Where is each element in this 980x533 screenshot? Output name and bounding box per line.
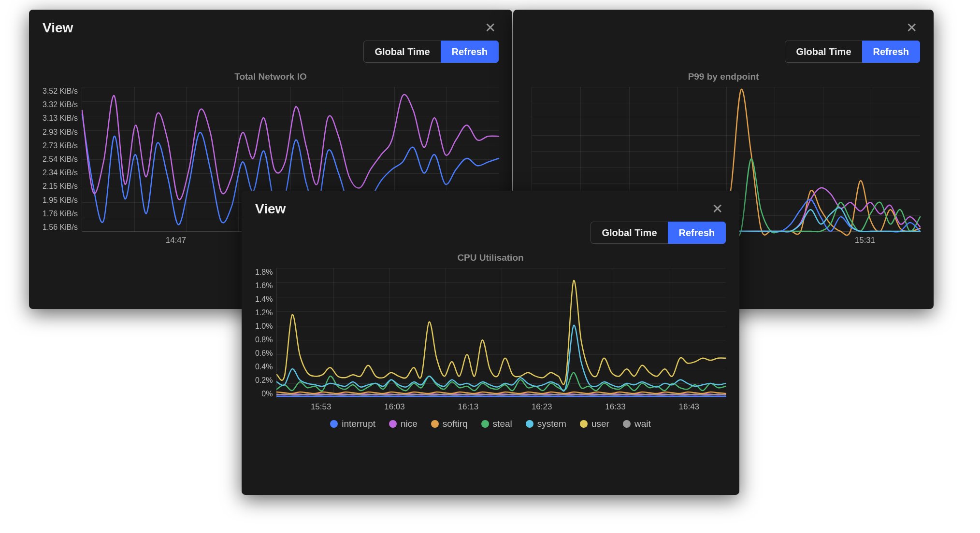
legend-label: user — [591, 419, 609, 429]
legend-label: nice — [401, 419, 418, 429]
chart-title: Total Network IO — [43, 71, 499, 82]
y-axis: 1.8%1.6%1.4%1.2%1.0%0.8%0.6%0.4%0.2%0% — [255, 268, 276, 398]
y-tick-label: 1.8% — [255, 268, 273, 277]
close-icon[interactable]: ✕ — [482, 20, 499, 36]
legend-item-steal[interactable]: steal — [481, 419, 512, 429]
view-title: View — [255, 201, 286, 217]
panel-cpu-utilisation: View ✕ Global Time Refresh CPU Utilisati… — [242, 191, 739, 495]
y-tick-label: 1.95 KiB/s — [43, 196, 78, 205]
y-tick-label: 0.6% — [255, 349, 273, 358]
y-tick-label: 0% — [261, 390, 273, 398]
y-tick-label: 1.76 KiB/s — [43, 210, 78, 218]
x-tick-label: 16:23 — [505, 402, 578, 412]
refresh-button[interactable]: Refresh — [668, 222, 726, 244]
view-title: View — [43, 20, 73, 36]
x-tick-label: 16:43 — [652, 402, 726, 412]
y-tick-label: 2.93 KiB/s — [43, 128, 78, 137]
y-tick-label: 0.8% — [255, 336, 273, 344]
legend-item-nice[interactable]: nice — [389, 419, 418, 429]
x-tick-label: 14:47 — [96, 236, 256, 245]
legend-dot-icon — [526, 420, 533, 428]
legend-dot-icon — [389, 420, 397, 428]
x-tick-label: 16:03 — [358, 402, 431, 412]
y-axis: 3.52 KiB/s3.32 KiB/s3.13 KiB/s2.93 KiB/s… — [43, 87, 82, 232]
global-time-button[interactable]: Global Time — [785, 41, 862, 63]
legend-dot-icon — [580, 420, 588, 428]
legend-item-user[interactable]: user — [580, 419, 609, 429]
legend-item-softirq[interactable]: softirq — [431, 419, 468, 429]
refresh-button[interactable]: Refresh — [441, 41, 499, 63]
chart-title: CPU Utilisation — [255, 252, 726, 263]
x-tick-label: 15:53 — [284, 402, 358, 412]
y-tick-label: 1.6% — [255, 281, 273, 290]
close-icon[interactable]: ✕ — [709, 201, 726, 217]
legend-label: wait — [634, 419, 651, 429]
y-tick-label: 3.32 KiB/s — [43, 100, 78, 109]
y-tick-label: 0.4% — [255, 363, 273, 371]
y-tick-label: 2.15 KiB/s — [43, 182, 78, 191]
x-tick-label: 15:31 — [810, 236, 920, 245]
close-icon[interactable]: ✕ — [903, 20, 920, 36]
refresh-button[interactable]: Refresh — [862, 41, 920, 63]
y-tick-label: 1.56 KiB/s — [43, 223, 78, 232]
y-tick-label: 3.52 KiB/s — [43, 87, 78, 96]
legend-dot-icon — [431, 420, 439, 428]
y-tick-label: 1.0% — [255, 322, 273, 331]
legend-item-interrupt[interactable]: interrupt — [330, 419, 375, 429]
y-tick-label: 2.34 KiB/s — [43, 168, 78, 177]
y-tick-label: 1.2% — [255, 309, 273, 317]
x-tick-label: 16:13 — [432, 402, 505, 412]
global-time-button[interactable]: Global Time — [591, 222, 667, 244]
legend-label: interrupt — [342, 419, 375, 429]
legend-label: system — [537, 419, 566, 429]
legend-dot-icon — [623, 420, 631, 428]
legend-item-wait[interactable]: wait — [623, 419, 651, 429]
legend-item-system[interactable]: system — [526, 419, 566, 429]
x-axis: 15:5316:0316:1316:2316:3316:43 — [255, 402, 726, 412]
plot-area — [276, 268, 726, 398]
legend: interruptnicesoftirqstealsystemuserwait — [255, 419, 726, 429]
chart-title: P99 by endpoint — [527, 71, 920, 82]
legend-dot-icon — [481, 420, 489, 428]
x-tick-label: 16:33 — [578, 402, 652, 412]
y-tick-label: 2.73 KiB/s — [43, 141, 78, 150]
legend-dot-icon — [330, 420, 338, 428]
legend-label: softirq — [443, 419, 468, 429]
legend-label: steal — [493, 419, 512, 429]
global-time-button[interactable]: Global Time — [363, 41, 440, 63]
y-tick-label: 1.4% — [255, 295, 273, 304]
y-tick-label: 3.13 KiB/s — [43, 114, 78, 123]
y-tick-label: 0.2% — [255, 376, 273, 385]
y-tick-label: 2.54 KiB/s — [43, 155, 78, 164]
